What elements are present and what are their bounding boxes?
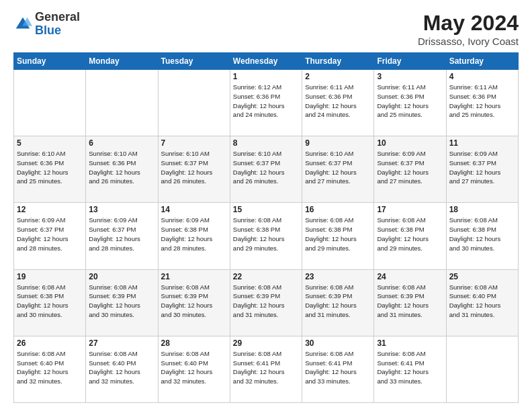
day-number: 16: [305, 205, 371, 214]
day-info: Sunrise: 6:08 AMSunset: 6:39 PMDaylight:…: [233, 283, 299, 320]
calendar-day-24: 24Sunrise: 6:08 AMSunset: 6:39 PMDayligh…: [374, 269, 446, 336]
day-number: 31: [377, 338, 443, 348]
calendar-day-7: 7Sunrise: 6:10 AMSunset: 6:37 PMDaylight…: [158, 136, 230, 203]
day-number: 25: [449, 272, 515, 281]
day-number: 10: [377, 138, 443, 148]
day-info: Sunrise: 6:11 AMSunset: 6:36 PMDaylight:…: [449, 83, 515, 120]
calendar-week-row-2: 12Sunrise: 6:09 AMSunset: 6:37 PMDayligh…: [14, 203, 519, 269]
calendar-header-sunday: Sunday: [14, 53, 86, 70]
calendar-day-27: 27Sunrise: 6:08 AMSunset: 6:40 PMDayligh…: [86, 336, 158, 402]
day-number: 8: [233, 138, 299, 148]
day-info: Sunrise: 6:08 AMSunset: 6:40 PMDaylight:…: [89, 349, 154, 386]
calendar-header-thursday: Thursday: [302, 53, 374, 70]
day-info: Sunrise: 6:08 AMSunset: 6:38 PMDaylight:…: [305, 216, 371, 253]
calendar-day-12: 12Sunrise: 6:09 AMSunset: 6:37 PMDayligh…: [14, 203, 86, 269]
calendar-day-empty: [14, 70, 86, 136]
logo: General Blue: [13, 11, 80, 38]
day-info: Sunrise: 6:11 AMSunset: 6:36 PMDaylight:…: [377, 83, 443, 120]
day-number: 7: [161, 138, 227, 148]
day-number: 28: [161, 338, 227, 348]
day-number: 27: [89, 338, 154, 348]
day-number: 22: [233, 272, 299, 281]
day-info: Sunrise: 6:10 AMSunset: 6:37 PMDaylight:…: [233, 149, 299, 186]
logo-blue-text: Blue: [35, 24, 80, 38]
day-number: 5: [17, 138, 83, 148]
day-info: Sunrise: 6:10 AMSunset: 6:36 PMDaylight:…: [17, 149, 83, 186]
calendar-day-2: 2Sunrise: 6:11 AMSunset: 6:36 PMDaylight…: [302, 70, 374, 136]
day-info: Sunrise: 6:08 AMSunset: 6:38 PMDaylight:…: [377, 216, 443, 253]
calendar-day-8: 8Sunrise: 6:10 AMSunset: 6:37 PMDaylight…: [230, 136, 302, 203]
header: General Blue May 2024 Drissasso, Ivory C…: [13, 11, 519, 47]
day-number: 15: [233, 205, 299, 214]
calendar-day-empty: [86, 70, 158, 136]
day-number: 23: [305, 272, 371, 281]
day-info: Sunrise: 6:10 AMSunset: 6:37 PMDaylight:…: [161, 149, 227, 186]
logo-text: General Blue: [35, 11, 80, 38]
calendar-day-18: 18Sunrise: 6:08 AMSunset: 6:38 PMDayligh…: [446, 203, 518, 269]
logo-general-text: General: [35, 11, 80, 24]
day-info: Sunrise: 6:08 AMSunset: 6:39 PMDaylight:…: [305, 283, 371, 320]
day-number: 18: [449, 205, 515, 214]
calendar-day-31: 31Sunrise: 6:08 AMSunset: 6:41 PMDayligh…: [374, 336, 446, 402]
calendar-day-20: 20Sunrise: 6:08 AMSunset: 6:39 PMDayligh…: [86, 269, 158, 336]
day-number: 4: [449, 72, 515, 81]
logo-icon: [13, 15, 32, 34]
title-month: May 2024: [418, 11, 519, 36]
calendar-day-25: 25Sunrise: 6:08 AMSunset: 6:40 PMDayligh…: [446, 269, 518, 336]
calendar-day-10: 10Sunrise: 6:09 AMSunset: 6:37 PMDayligh…: [374, 136, 446, 203]
calendar-day-empty: [158, 70, 230, 136]
calendar-day-1: 1Sunrise: 6:12 AMSunset: 6:36 PMDaylight…: [230, 70, 302, 136]
calendar-day-empty: [446, 336, 518, 402]
day-info: Sunrise: 6:08 AMSunset: 6:38 PMDaylight:…: [17, 283, 83, 320]
calendar-day-22: 22Sunrise: 6:08 AMSunset: 6:39 PMDayligh…: [230, 269, 302, 336]
day-info: Sunrise: 6:08 AMSunset: 6:39 PMDaylight:…: [161, 283, 227, 320]
calendar-day-3: 3Sunrise: 6:11 AMSunset: 6:36 PMDaylight…: [374, 70, 446, 136]
calendar-header-wednesday: Wednesday: [230, 53, 302, 70]
calendar-day-13: 13Sunrise: 6:09 AMSunset: 6:37 PMDayligh…: [86, 203, 158, 269]
calendar-day-4: 4Sunrise: 6:11 AMSunset: 6:36 PMDaylight…: [446, 70, 518, 136]
day-info: Sunrise: 6:09 AMSunset: 6:37 PMDaylight:…: [17, 216, 83, 253]
calendar-day-29: 29Sunrise: 6:08 AMSunset: 6:41 PMDayligh…: [230, 336, 302, 402]
calendar-header-tuesday: Tuesday: [158, 53, 230, 70]
calendar-day-11: 11Sunrise: 6:09 AMSunset: 6:37 PMDayligh…: [446, 136, 518, 203]
day-info: Sunrise: 6:11 AMSunset: 6:36 PMDaylight:…: [305, 83, 371, 120]
day-number: 30: [305, 338, 371, 348]
day-number: 20: [89, 272, 154, 281]
day-info: Sunrise: 6:08 AMSunset: 6:40 PMDaylight:…: [161, 349, 227, 386]
day-number: 11: [449, 138, 515, 148]
day-info: Sunrise: 6:08 AMSunset: 6:41 PMDaylight:…: [233, 349, 299, 386]
day-info: Sunrise: 6:08 AMSunset: 6:39 PMDaylight:…: [89, 283, 154, 320]
calendar-day-16: 16Sunrise: 6:08 AMSunset: 6:38 PMDayligh…: [302, 203, 374, 269]
day-info: Sunrise: 6:08 AMSunset: 6:41 PMDaylight:…: [305, 349, 371, 386]
day-info: Sunrise: 6:09 AMSunset: 6:37 PMDaylight:…: [377, 149, 443, 186]
calendar-header-row: SundayMondayTuesdayWednesdayThursdayFrid…: [14, 53, 519, 70]
day-info: Sunrise: 6:09 AMSunset: 6:38 PMDaylight:…: [161, 216, 227, 253]
calendar-week-row-3: 19Sunrise: 6:08 AMSunset: 6:38 PMDayligh…: [14, 269, 519, 336]
day-number: 13: [89, 205, 154, 214]
day-number: 29: [233, 338, 299, 348]
title-location: Drissasso, Ivory Coast: [418, 36, 519, 47]
day-info: Sunrise: 6:12 AMSunset: 6:36 PMDaylight:…: [233, 83, 299, 120]
calendar-day-5: 5Sunrise: 6:10 AMSunset: 6:36 PMDaylight…: [14, 136, 86, 203]
day-number: 1: [233, 72, 299, 81]
calendar-header-friday: Friday: [374, 53, 446, 70]
day-number: 19: [17, 272, 83, 281]
day-number: 12: [17, 205, 83, 214]
calendar-day-28: 28Sunrise: 6:08 AMSunset: 6:40 PMDayligh…: [158, 336, 230, 402]
calendar-week-row-0: 1Sunrise: 6:12 AMSunset: 6:36 PMDaylight…: [14, 70, 519, 136]
calendar-header-saturday: Saturday: [446, 53, 518, 70]
calendar-header-monday: Monday: [86, 53, 158, 70]
calendar-table: SundayMondayTuesdayWednesdayThursdayFrid…: [13, 52, 519, 403]
day-info: Sunrise: 6:08 AMSunset: 6:40 PMDaylight:…: [17, 349, 83, 386]
day-number: 26: [17, 338, 83, 348]
day-info: Sunrise: 6:08 AMSunset: 6:39 PMDaylight:…: [377, 283, 443, 320]
day-number: 24: [377, 272, 443, 281]
day-info: Sunrise: 6:10 AMSunset: 6:36 PMDaylight:…: [89, 149, 154, 186]
calendar-day-15: 15Sunrise: 6:08 AMSunset: 6:38 PMDayligh…: [230, 203, 302, 269]
calendar-week-row-1: 5Sunrise: 6:10 AMSunset: 6:36 PMDaylight…: [14, 136, 519, 203]
calendar-day-26: 26Sunrise: 6:08 AMSunset: 6:40 PMDayligh…: [14, 336, 86, 402]
day-info: Sunrise: 6:08 AMSunset: 6:41 PMDaylight:…: [377, 349, 443, 386]
calendar-day-6: 6Sunrise: 6:10 AMSunset: 6:36 PMDaylight…: [86, 136, 158, 203]
day-info: Sunrise: 6:08 AMSunset: 6:40 PMDaylight:…: [449, 283, 515, 320]
day-info: Sunrise: 6:08 AMSunset: 6:38 PMDaylight:…: [233, 216, 299, 253]
